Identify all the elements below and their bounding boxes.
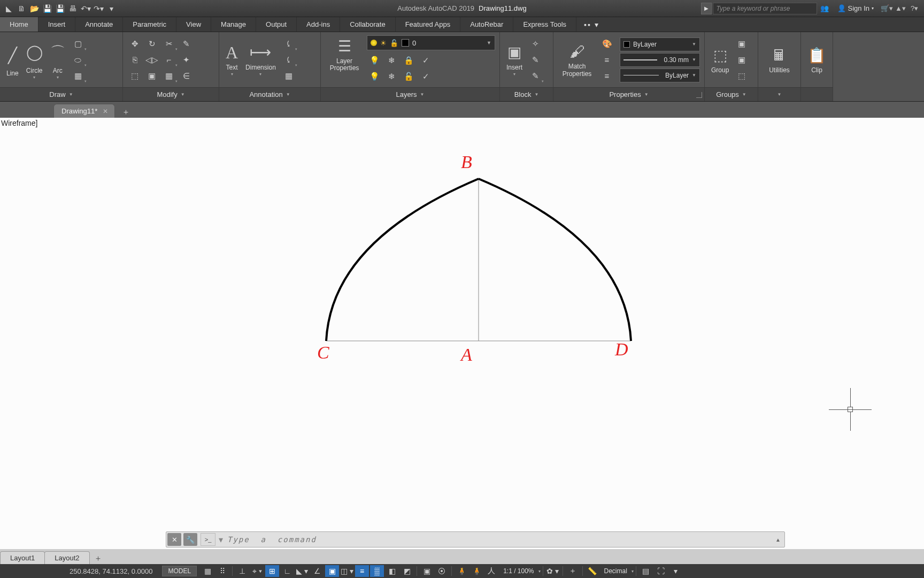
leader-icon[interactable]: ⤹▾: [281, 37, 296, 51]
lines2-icon[interactable]: ≡: [599, 69, 614, 83]
status-units[interactable]: Decimal: [600, 567, 632, 575]
tab-annotate[interactable]: Annotate: [75, 17, 123, 32]
hatch-icon[interactable]: ▦▾: [71, 69, 86, 83]
new-icon[interactable]: 🗎: [16, 3, 27, 14]
ungroup-icon[interactable]: ▣: [734, 37, 749, 51]
file-tab[interactable]: Drawing11* ✕: [53, 104, 115, 118]
annotation-scale-icon[interactable]: 人: [484, 565, 498, 577]
lineweight-icon[interactable]: ≡: [355, 565, 369, 577]
saveas-icon[interactable]: 💾: [55, 3, 65, 14]
layer-match-icon[interactable]: ✓: [418, 70, 433, 83]
mleader-icon[interactable]: ⤹▾: [281, 53, 296, 67]
group-select-icon[interactable]: ⬚: [734, 69, 749, 83]
panel-annotation-title[interactable]: Annotation▼: [219, 87, 320, 101]
lineweight-dropdown[interactable]: 0.30 mm▼: [620, 53, 700, 67]
cmd-history-icon[interactable]: ▲: [772, 537, 784, 543]
tab-view[interactable]: View: [176, 17, 211, 32]
cmd-close-icon[interactable]: ✕: [167, 533, 181, 546]
linetype-dropdown[interactable]: ByLayer▼: [620, 69, 700, 82]
quick-properties-icon[interactable]: ▤: [639, 565, 653, 577]
edit-block-icon[interactable]: ✎: [528, 53, 543, 67]
circle-button[interactable]: ◯ Circle ▾: [24, 39, 45, 81]
table-icon[interactable]: ▦: [281, 69, 296, 83]
move-icon[interactable]: ✥: [127, 37, 142, 51]
dimension-button[interactable]: ⟼ Dimension ▾: [243, 42, 278, 78]
tab-insert[interactable]: Insert: [38, 17, 76, 32]
offset-icon[interactable]: ∈: [179, 69, 194, 83]
infocenter-search[interactable]: Type a keyword or phrase: [713, 3, 817, 14]
polyline-icon[interactable]: ▢▾: [71, 37, 86, 51]
command-input[interactable]: [223, 535, 772, 544]
tab-featured[interactable]: Featured Apps: [396, 17, 461, 32]
panel-modify-title[interactable]: Modify▼: [123, 87, 219, 101]
layout-tab-1[interactable]: Layout1: [0, 551, 45, 564]
panel-draw-title[interactable]: Draw▼: [0, 87, 122, 101]
tab-overflow-icon[interactable]: ▪▪ ▾: [576, 17, 607, 32]
explode-icon[interactable]: ✦: [179, 53, 194, 67]
array-icon[interactable]: ▦▾: [161, 69, 176, 83]
scale-icon[interactable]: ▣: [144, 69, 159, 83]
redo-icon[interactable]: ↷▾: [93, 3, 104, 14]
workspace-icon[interactable]: ✿ ▾: [546, 565, 560, 577]
units-icon[interactable]: 📏: [586, 565, 599, 577]
close-tab-icon[interactable]: ✕: [103, 108, 108, 115]
tab-manage[interactable]: Manage: [211, 17, 256, 32]
ellipse-icon[interactable]: ⬭▾: [71, 53, 86, 67]
group-edit-icon[interactable]: ▣: [734, 53, 749, 67]
dynamic-ucs-icon[interactable]: ◩: [400, 565, 414, 577]
rotate-icon[interactable]: ↻: [144, 37, 159, 51]
panel-utilities-title[interactable]: ▼: [758, 87, 800, 101]
panel-layers-title[interactable]: Layers▼: [321, 87, 499, 101]
clipboard-button[interactable]: 📋 Clip: [805, 44, 828, 75]
layer-properties-button[interactable]: ☰ Layer Properties: [325, 35, 364, 73]
insert-button[interactable]: ▣ Insert ▾: [504, 42, 525, 78]
customization-icon[interactable]: ▾: [669, 565, 683, 577]
undo-icon[interactable]: ↶▾: [80, 3, 91, 14]
tab-parametric[interactable]: Parametric: [123, 17, 176, 32]
lock-ui-icon[interactable]: ⛶: [654, 565, 668, 577]
status-model[interactable]: MODEL: [162, 566, 197, 576]
text-button[interactable]: A Text ▾: [224, 42, 240, 78]
signin-button[interactable]: 👤 Sign In ▾: [832, 3, 879, 14]
grid-icon[interactable]: ▦: [201, 565, 214, 577]
selection-filter-icon[interactable]: ▣: [420, 565, 434, 577]
layer-on-icon[interactable]: 💡: [367, 70, 382, 83]
tab-collaborate[interactable]: Collaborate: [340, 17, 396, 32]
panel-groups-title[interactable]: Groups▼: [705, 87, 758, 101]
polar-icon[interactable]: ∟: [280, 565, 294, 577]
stretch-icon[interactable]: ⬚: [127, 69, 142, 83]
color-wheel-icon[interactable]: 🎨: [599, 37, 614, 51]
layout-tab-2[interactable]: Layout2: [44, 551, 89, 564]
osnap-icon[interactable]: ▣: [325, 565, 339, 577]
tab-addins[interactable]: Add-ins: [297, 17, 340, 32]
edit-attr-icon[interactable]: ✎▾: [528, 69, 543, 83]
arc-button[interactable]: ⌒ Arc ▾: [48, 39, 67, 81]
panel-clipboard-title[interactable]: [801, 87, 833, 101]
layer-freeze-icon[interactable]: 🔒: [401, 54, 416, 67]
open-icon[interactable]: 📂: [29, 3, 40, 14]
isodraft-icon[interactable]: ◣ ▾: [295, 565, 309, 577]
lines1-icon[interactable]: ≡: [599, 53, 614, 67]
layer-dropdown[interactable]: ☀ 🔓 0 ▼: [367, 35, 495, 50]
infer-icon[interactable]: ⊥: [235, 565, 249, 577]
ortho-icon[interactable]: ⊞: [265, 565, 279, 577]
exchange-icon[interactable]: 🛒▾: [880, 2, 893, 15]
save-icon[interactable]: 💾: [42, 3, 52, 14]
color-dropdown[interactable]: ByLayer▼: [620, 37, 700, 51]
tab-home[interactable]: Home: [0, 17, 38, 32]
status-scale[interactable]: 1:1 / 100%: [499, 567, 538, 575]
group-button[interactable]: ⬚ Group: [709, 44, 731, 75]
line-button[interactable]: ╱ Line: [4, 41, 21, 78]
erase-icon[interactable]: ✎: [179, 37, 194, 51]
tab-express[interactable]: Express Tools: [513, 17, 576, 32]
gizmo-icon[interactable]: ⦿: [435, 565, 449, 577]
layer-iso-icon[interactable]: 💡: [367, 54, 382, 67]
snap-icon[interactable]: ⠿: [215, 565, 229, 577]
person-search-icon[interactable]: 👥: [818, 2, 831, 15]
utilities-button[interactable]: 🖩 Utilities: [767, 44, 792, 75]
match-properties-button[interactable]: 🖌 Match Properties: [558, 41, 596, 78]
add-layout-icon[interactable]: ＋: [91, 552, 105, 564]
create-block-icon[interactable]: ✧: [528, 37, 543, 51]
3dosnap-icon[interactable]: ◫ ▾: [340, 565, 354, 577]
layer-thaw-icon[interactable]: ❄: [384, 70, 399, 83]
